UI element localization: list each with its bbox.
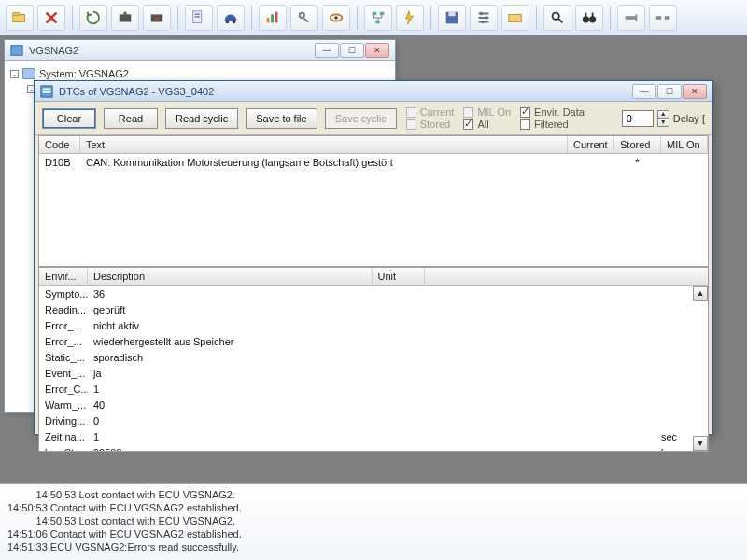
tree-root[interactable]: - System: VGSNAG2 — [10, 66, 389, 81]
dtc-max-button[interactable]: ☐ — [657, 84, 682, 99]
tb-disconnect-icon[interactable] — [649, 5, 677, 31]
save-button[interactable]: Save to file — [246, 108, 317, 129]
delay-group: ▲ ▼ Delay [ — [622, 110, 705, 127]
read-cyclic-button[interactable]: Read cyclic — [165, 108, 238, 129]
tree-root-label: System: VGSNAG2 — [39, 68, 129, 79]
table-row[interactable]: Static_...sporadisch — [39, 349, 708, 365]
chk-all[interactable] — [463, 119, 473, 130]
chk-milon — [463, 107, 473, 118]
log-body[interactable]: 14:50:53 Lost contact with ECU VGSNAG2.1… — [0, 484, 747, 560]
tb-disk-in-icon[interactable] — [143, 5, 171, 31]
tb-tools-icon[interactable] — [290, 5, 318, 31]
svg-rect-13 — [303, 18, 309, 22]
chk-envir[interactable] — [520, 107, 530, 118]
dtc-min-button[interactable]: — — [632, 84, 656, 99]
filter-group-2: MIL On All — [463, 106, 511, 130]
svg-point-25 — [553, 12, 559, 19]
table-row[interactable]: Driving...0 — [39, 413, 708, 428]
clear-button[interactable]: Clear — [42, 108, 96, 129]
svg-rect-33 — [11, 45, 22, 55]
svg-rect-36 — [43, 91, 51, 93]
table-row[interactable]: Event_...ja — [39, 365, 708, 381]
system-icon — [22, 68, 35, 79]
chk-filtered[interactable] — [520, 119, 530, 130]
main-toolbar — [0, 0, 747, 35]
col-text[interactable]: Text — [80, 136, 568, 153]
delay-up[interactable]: ▲ — [657, 110, 669, 119]
table-row[interactable]: Zeit na...1sec — [39, 428, 708, 444]
svg-rect-18 — [375, 20, 380, 23]
delay-down[interactable]: ▼ — [657, 119, 669, 127]
tb-sliders-icon[interactable] — [470, 5, 498, 31]
table-row[interactable]: km_St...90588km — [39, 444, 708, 451]
tb-eye-icon[interactable] — [322, 5, 350, 31]
tb-folder2-icon[interactable] — [501, 5, 529, 31]
log-line: 14:50:53 Lost contact with ECU VGSNAG2. — [7, 514, 740, 527]
tb-refresh-icon[interactable] — [79, 5, 107, 31]
table-row[interactable]: Error_C...1 — [39, 381, 708, 397]
tree-title: VGSNAG2 — [29, 45, 78, 56]
scroll-up-icon[interactable]: ▲ — [693, 286, 708, 301]
svg-rect-24 — [509, 14, 522, 21]
save-cyclic-button: Save cyclic — [325, 108, 397, 129]
tb-chart-icon[interactable] — [259, 5, 287, 31]
dtc-toolbar: Clear Read Read cyclic Save to file Save… — [35, 102, 712, 135]
svg-rect-17 — [380, 11, 385, 15]
dtc-tbody: D10BCAN: Kommunikation Motorsteuerung (l… — [39, 154, 708, 266]
tree-close-button[interactable]: ✕ — [365, 43, 389, 58]
col-unit[interactable]: Unit — [373, 268, 425, 285]
tb-connect-icon[interactable] — [617, 5, 645, 31]
svg-rect-6 — [195, 16, 200, 17]
tb-open-icon[interactable] — [6, 5, 34, 31]
svg-rect-35 — [43, 88, 51, 90]
tree-min-button[interactable]: — — [315, 43, 339, 58]
tb-network-icon[interactable] — [364, 5, 392, 31]
dtc-thead: Code Text Current Stored MIL On — [39, 136, 708, 154]
tb-binoculars-icon[interactable] — [575, 5, 603, 31]
table-row[interactable]: Error_...nicht aktiv — [39, 317, 708, 333]
svg-rect-20 — [448, 11, 455, 16]
log-line: 14:51:33 ECU VGSNAG2:Errors read success… — [7, 540, 740, 553]
chk-current — [406, 107, 416, 118]
svg-rect-10 — [271, 14, 274, 22]
tb-find-icon[interactable] — [543, 5, 571, 31]
col-desc[interactable]: Description — [88, 268, 373, 285]
expand-toggle-icon[interactable]: - — [10, 70, 19, 78]
tree-titlebar[interactable]: VGSNAG2 — ☐ ✕ — [5, 40, 395, 61]
chk-stored — [406, 119, 416, 130]
scroll-down-icon[interactable]: ▼ — [693, 436, 708, 451]
dtc-titlebar[interactable]: DTCs of VGSNAG2 - VGS3_0402 — ☐ ✕ — [35, 81, 712, 102]
dtc-close-button[interactable]: ✕ — [683, 84, 707, 99]
tree-max-button[interactable]: ☐ — [340, 43, 364, 58]
dtc-title: DTCs of VGSNAG2 - VGS3_0402 — [59, 86, 214, 97]
col-milon[interactable]: MIL On — [661, 136, 708, 153]
tb-cancel-icon[interactable] — [37, 5, 65, 31]
svg-rect-9 — [267, 18, 270, 22]
tree-window-icon — [10, 44, 23, 57]
tb-disk-out-icon[interactable] — [111, 5, 139, 31]
col-env[interactable]: Envir... — [39, 268, 88, 285]
table-row[interactable]: Readin...geprüft — [39, 301, 708, 317]
svg-point-12 — [300, 12, 304, 17]
tb-save-icon[interactable] — [438, 5, 466, 31]
table-row[interactable]: Error_...wiederhergestellt aus Speicher — [39, 333, 708, 349]
table-row[interactable]: D10BCAN: Kommunikation Motorsteuerung (l… — [39, 154, 708, 170]
tb-report-icon[interactable] — [185, 5, 213, 31]
env-tbody[interactable]: Sympto...36Readin...geprüftError_...nich… — [39, 286, 708, 451]
svg-point-27 — [589, 16, 596, 22]
svg-point-21 — [480, 11, 484, 15]
log-panel: 14:50:53 Lost contact with ECU VGSNAG2.1… — [0, 483, 747, 560]
tb-car-icon[interactable] — [217, 5, 245, 31]
table-row[interactable]: Sympto...36 — [39, 286, 708, 301]
table-row[interactable]: Warm_...40 — [39, 397, 708, 413]
read-button[interactable]: Read — [104, 108, 158, 129]
col-current[interactable]: Current — [568, 136, 614, 153]
col-code[interactable]: Code — [39, 136, 80, 153]
col-stored[interactable]: Stored — [614, 136, 661, 153]
env-table: Envir... Description Unit Sympto...36Rea… — [38, 267, 709, 452]
delay-input[interactable] — [622, 110, 654, 127]
svg-point-22 — [485, 16, 488, 20]
filter-group-3: Envir. Data Filtered — [520, 106, 585, 130]
tb-flash-icon[interactable] — [396, 5, 424, 31]
svg-rect-28 — [585, 12, 587, 17]
